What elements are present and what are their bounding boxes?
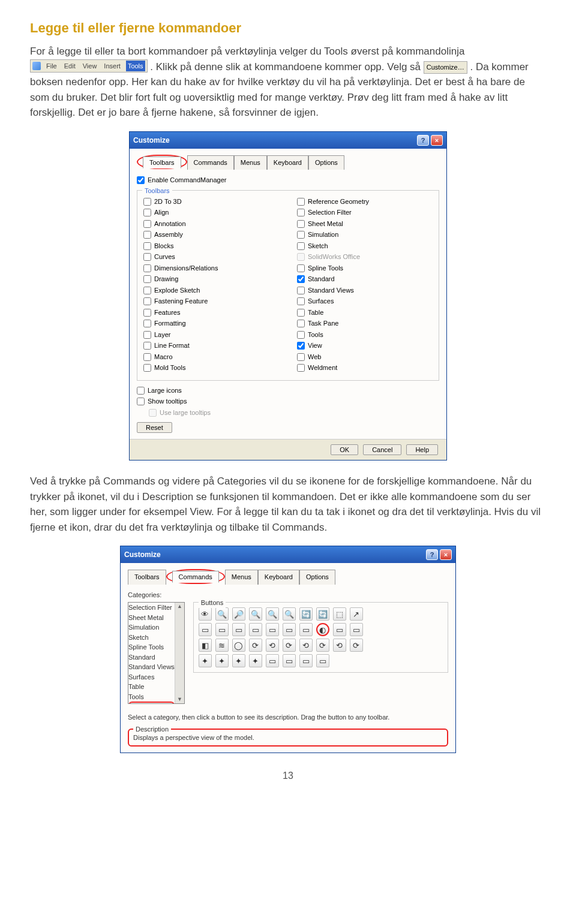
toolbar-checkbox[interactable]: Tools — [297, 330, 433, 340]
toolbar-checkbox[interactable]: Surfaces — [297, 296, 433, 306]
close-icon[interactable]: × — [440, 549, 452, 560]
toolbar-checkbox[interactable]: Weldment — [297, 363, 433, 373]
toolbar-checkbox[interactable]: Features — [143, 308, 279, 318]
command-icon[interactable]: ▭ — [215, 623, 229, 636]
command-icon[interactable]: ▭ — [333, 623, 346, 636]
command-icon[interactable]: ⟳ — [316, 639, 329, 652]
toolbar-checkbox[interactable]: Selection Filter — [297, 207, 433, 218]
command-icon[interactable]: ⟳ — [350, 639, 363, 652]
tab-commands[interactable]: Commands — [187, 155, 234, 170]
tab-toolbars[interactable]: Toolbars — [143, 156, 181, 168]
close-icon[interactable]: × — [431, 135, 443, 146]
tab-options[interactable]: Options — [299, 570, 335, 585]
help-icon[interactable]: ? — [417, 135, 429, 146]
category-item[interactable]: Surfaces — [128, 672, 175, 682]
command-icon[interactable]: ↗ — [350, 607, 363, 621]
toolbar-checkbox[interactable]: Align — [143, 207, 279, 218]
toolbar-checkbox[interactable]: Standard — [297, 274, 433, 284]
tab-menus[interactable]: Menus — [225, 570, 258, 585]
toolbar-checkbox[interactable]: Task Pane — [297, 318, 433, 329]
toolbar-checkbox[interactable]: View — [297, 341, 433, 351]
toolbar-checkbox[interactable]: Reference Geometry — [297, 197, 433, 207]
reset-button[interactable]: Reset — [137, 422, 172, 433]
toolbar-checkbox[interactable]: Blocks — [143, 241, 279, 251]
command-icon[interactable]: 🔍 — [215, 607, 229, 621]
category-item[interactable]: Tools — [128, 692, 175, 702]
command-icon[interactable]: ▭ — [199, 623, 212, 636]
toolbar-checkbox[interactable]: Layer — [143, 330, 279, 340]
command-icon[interactable]: 🔄 — [299, 607, 313, 621]
toolbar-checkbox[interactable]: Dimensions/Relations — [143, 263, 279, 273]
toolbar-checkbox[interactable]: Curves — [143, 252, 279, 262]
cancel-button[interactable]: Cancel — [363, 444, 401, 455]
command-icon[interactable]: ▭ — [283, 654, 296, 667]
tab-toolbars[interactable]: Toolbars — [128, 570, 166, 585]
tab-commands[interactable]: Commands — [172, 571, 219, 583]
toolbar-checkbox[interactable]: Annotation — [143, 219, 279, 229]
command-icon[interactable]: ⟲ — [299, 639, 313, 652]
toolbar-checkbox[interactable]: Standard Views — [297, 285, 433, 296]
toolbar-checkbox[interactable]: Web — [297, 352, 433, 362]
toolbar-checkbox[interactable]: Formatting — [143, 318, 279, 329]
enable-commandmanager-checkbox[interactable]: Enable CommandManager — [137, 175, 439, 185]
command-icon[interactable]: ▭ — [316, 654, 329, 667]
toolbar-checkbox[interactable]: Table — [297, 308, 433, 318]
command-icon[interactable]: ▭ — [299, 654, 313, 667]
command-icon[interactable]: ✦ — [215, 654, 229, 667]
command-icon[interactable]: ⟲ — [333, 639, 346, 652]
tab-menus[interactable]: Menus — [234, 155, 267, 170]
toolbar-checkbox[interactable]: Sheet Metal — [297, 219, 433, 229]
tab-keyboard[interactable]: Keyboard — [258, 570, 299, 585]
help-icon[interactable]: ? — [426, 549, 438, 560]
command-icon[interactable]: ✦ — [199, 654, 212, 667]
command-icon[interactable]: ◯ — [232, 639, 245, 652]
toolbar-checkbox[interactable]: Mold Tools — [143, 363, 279, 373]
toolbar-checkbox[interactable]: Macro — [143, 352, 279, 362]
category-item[interactable]: Table — [128, 682, 175, 692]
command-icon[interactable]: 👁 — [199, 607, 212, 621]
category-item[interactable]: Sheet Metal — [128, 613, 175, 623]
category-item[interactable]: Spline Tools — [128, 642, 175, 652]
toolbar-checkbox[interactable]: Spline Tools — [297, 263, 433, 273]
help-button[interactable]: Help — [406, 444, 438, 455]
toolbar-checkbox[interactable]: Sketch — [297, 241, 433, 251]
command-icon[interactable]: ✦ — [232, 654, 245, 667]
large-icons-checkbox[interactable]: Large icons — [137, 386, 439, 396]
command-icon[interactable]: ≋ — [215, 639, 229, 652]
command-icon[interactable]: 🔄 — [316, 607, 329, 621]
command-icon[interactable]: ⟳ — [283, 639, 296, 652]
toolbar-checkbox[interactable]: 2D To 3D — [143, 197, 279, 207]
command-icon[interactable]: ▭ — [266, 623, 279, 636]
command-icon[interactable]: 🔍 — [249, 607, 262, 621]
command-icon[interactable]: ▭ — [283, 623, 296, 636]
command-icon[interactable]: ▭ — [299, 623, 313, 636]
command-icon[interactable]: ▭ — [266, 654, 279, 667]
command-icon[interactable]: ⟳ — [249, 639, 262, 652]
categories-listbox[interactable]: Selection FilterSheet MetalSimulationSke… — [128, 602, 185, 704]
command-icon[interactable]: ⟲ — [266, 639, 279, 652]
command-icon[interactable]: ▭ — [350, 623, 363, 636]
tab-options[interactable]: Options — [308, 155, 344, 170]
toolbar-checkbox[interactable]: Fastening Feature — [143, 296, 279, 306]
command-icon[interactable]: 🔎 — [232, 607, 245, 621]
command-icon[interactable]: ▭ — [249, 623, 262, 636]
command-icon[interactable]: ⬚ — [333, 607, 346, 621]
toolbar-checkbox[interactable]: Explode Sketch — [143, 285, 279, 296]
command-icon[interactable]: ✦ — [249, 654, 262, 667]
category-item[interactable]: Standard — [128, 652, 175, 663]
category-item[interactable]: Selection Filter — [128, 603, 175, 613]
toolbar-checkbox[interactable]: Line Format — [143, 341, 279, 351]
ok-button[interactable]: OK — [331, 444, 358, 455]
command-icon[interactable]: ▭ — [232, 623, 245, 636]
category-item[interactable]: Sketch — [128, 633, 175, 643]
command-icon[interactable]: 🔍 — [266, 607, 279, 621]
scrollbar[interactable]: ▲▼ — [175, 603, 184, 703]
tab-keyboard[interactable]: Keyboard — [267, 155, 308, 170]
command-icon[interactable]: ◐ — [316, 623, 329, 636]
category-item[interactable]: View — [128, 702, 175, 703]
command-icon[interactable]: ◧ — [199, 639, 212, 652]
category-item[interactable]: Standard Views — [128, 662, 175, 672]
category-item[interactable]: Simulation — [128, 622, 175, 633]
show-tooltips-checkbox[interactable]: Show tooltips — [137, 396, 439, 407]
toolbar-checkbox[interactable]: Drawing — [143, 274, 279, 284]
